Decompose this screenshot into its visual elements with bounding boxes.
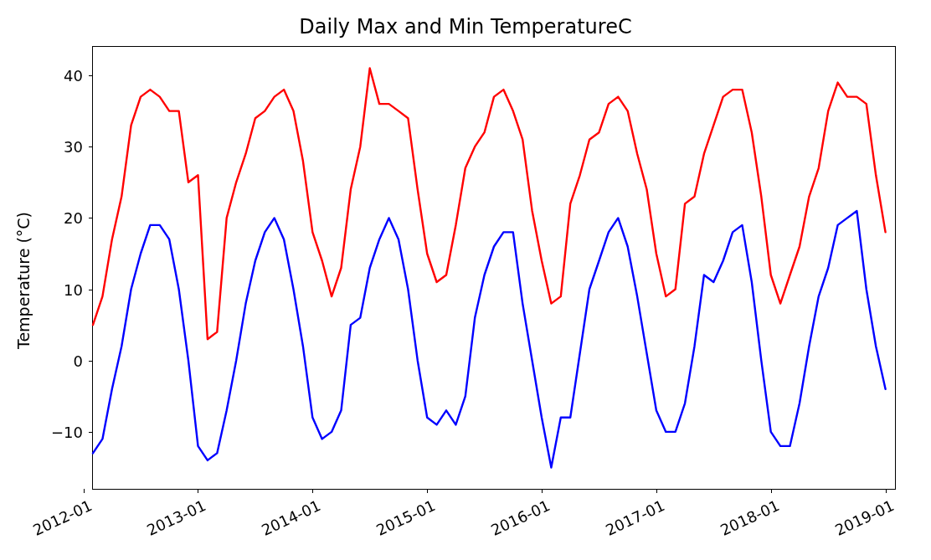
y-tick-mark xyxy=(89,361,93,362)
y-tick-label: −10 xyxy=(51,423,93,440)
x-tick-label: 2017-01 xyxy=(599,489,667,539)
x-tick-label: 2014-01 xyxy=(255,489,323,539)
y-tick-mark xyxy=(89,218,93,218)
series-line-max xyxy=(93,69,886,340)
figure: Daily Max and Min TemperatureC Temperatu… xyxy=(0,0,931,560)
y-tick-mark xyxy=(89,432,93,433)
x-tick-label: 2013-01 xyxy=(141,489,208,539)
x-tick-label: 2016-01 xyxy=(485,489,553,539)
y-axis-label: Temperature (°C) xyxy=(13,0,33,560)
y-tick-mark xyxy=(89,75,93,76)
x-tick-label: 2018-01 xyxy=(714,489,782,539)
plot-area: −100102030402012-012013-012014-012015-01… xyxy=(92,46,896,490)
plot-svg xyxy=(93,47,895,489)
x-tick-label: 2019-01 xyxy=(828,489,896,539)
series-line-min xyxy=(93,211,886,468)
chart-title: Daily Max and Min TemperatureC xyxy=(0,15,931,39)
x-tick-label: 2015-01 xyxy=(370,489,438,539)
y-tick-mark xyxy=(89,146,93,147)
x-tick-label: 2012-01 xyxy=(26,489,94,539)
y-tick-mark xyxy=(89,290,93,290)
